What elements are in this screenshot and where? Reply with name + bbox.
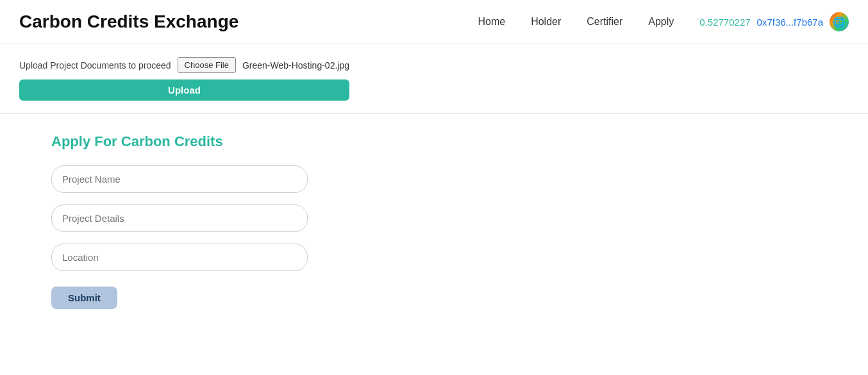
upload-label: Upload Project Documents to proceed xyxy=(19,60,171,71)
nav-holder[interactable]: Holder xyxy=(531,16,561,28)
header: Carbon Credits Exchange Home Holder Cert… xyxy=(0,0,868,44)
project-name-group xyxy=(51,165,817,193)
upload-button[interactable]: Upload xyxy=(19,79,349,101)
project-name-input[interactable] xyxy=(51,165,308,193)
avatar: 🌐 xyxy=(830,12,849,31)
form-title: Apply For Carbon Credits xyxy=(51,133,817,150)
wallet-area: 0.52770227 0x7f36...f7b67a 🌐 xyxy=(699,12,849,31)
selected-file-name: Green-Web-Hosting-02.jpg xyxy=(242,60,349,71)
submit-button[interactable]: Submit xyxy=(51,287,117,309)
upload-row: Upload Project Documents to proceed Choo… xyxy=(19,57,349,101)
wallet-balance: 0.52770227 xyxy=(699,17,750,28)
app-title: Carbon Credits Exchange xyxy=(19,12,238,32)
wallet-address[interactable]: 0x7f36...f7b67a xyxy=(757,17,823,28)
location-input[interactable] xyxy=(51,244,308,271)
main-content: Apply For Carbon Credits Submit xyxy=(0,114,868,328)
nav-certifier[interactable]: Certifier xyxy=(587,16,622,28)
project-details-input[interactable] xyxy=(51,204,308,232)
file-row: Upload Project Documents to proceed Choo… xyxy=(19,57,349,73)
choose-file-button[interactable]: Choose File xyxy=(178,57,236,73)
location-group xyxy=(51,244,817,271)
upload-section: Upload Project Documents to proceed Choo… xyxy=(0,44,868,114)
main-nav: Home Holder Certifier Apply 0.52770227 0… xyxy=(478,12,849,31)
nav-apply[interactable]: Apply xyxy=(648,16,674,28)
nav-home[interactable]: Home xyxy=(478,16,505,28)
project-details-group xyxy=(51,204,817,232)
